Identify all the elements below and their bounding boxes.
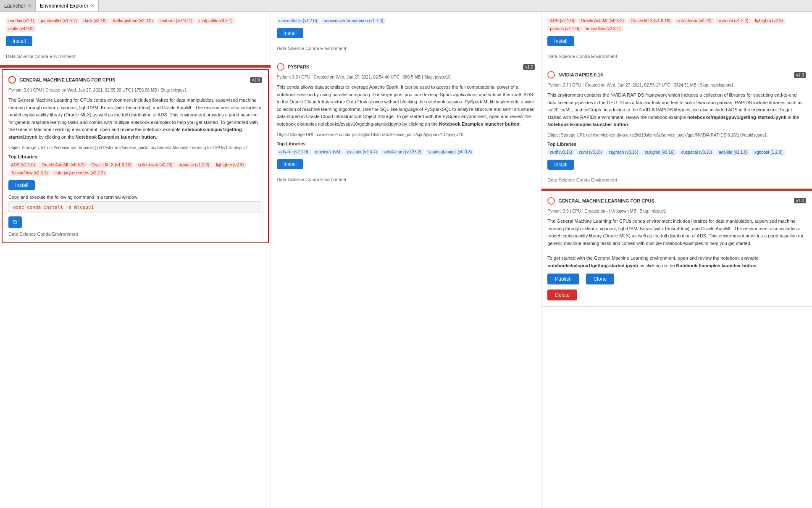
lib-tag: ADS (v2.1.0) xyxy=(547,18,576,24)
env-header-pyspark: PYSPARK v1.0 xyxy=(277,63,536,71)
lib-tag: ads-lite (v2.1.0) xyxy=(277,149,311,155)
lib-tag: scikit-learn (v0.23) xyxy=(136,162,175,168)
lib-tag: Oracle AutoML (v0.5.2) xyxy=(578,18,626,24)
footer-label-ml: Data Science Conda Environment xyxy=(8,232,262,237)
env-icon-pyspark xyxy=(277,63,284,71)
lib-tag: pandarallel (v1.5.1) xyxy=(38,18,79,24)
right-column: ADS (v2.1.0) Oracle AutoML (v0.5.2) Orac… xyxy=(541,12,812,508)
footer-label-rapids: Data Science Conda Environment xyxy=(547,177,806,182)
libs-container-ml: ADS (v2.1.0) Oracle AutoML (v0.5.2) Orac… xyxy=(8,162,262,176)
lib-tag: seaborn (v0.10.1) xyxy=(157,18,195,24)
lib-tag: cugraph (v0.16) xyxy=(606,149,641,155)
copy-icon: ⧉ xyxy=(13,218,17,226)
env-uri-ml: Object Storage URI: oci://service-conda-… xyxy=(8,145,262,151)
top-libs-label-ml: Top Libraries xyxy=(8,154,262,159)
env-icon-ml-right xyxy=(547,197,555,205)
env-desc-pyspark: This conda allows data scientists to lev… xyxy=(277,84,536,128)
lib-tag: ADS (v2.1.0) xyxy=(8,162,37,168)
lib-tag: cuspatial (v0.16) xyxy=(679,149,715,155)
window-bar: Launcher ✕ Environment Explorer ✕ xyxy=(0,0,812,12)
copy-icon-button-ml[interactable]: ⧉ xyxy=(8,216,22,228)
tab-close-launcher[interactable]: ✕ xyxy=(28,3,31,8)
tab-environment-explorer[interactable]: Environment Explorer ✕ xyxy=(36,0,99,11)
version-badge-pyspark: v1.0 xyxy=(523,64,535,70)
env-desc-rapids: This environment contains the NVIDIA RAP… xyxy=(547,92,806,129)
env-meta-ml: Python: 3.6 | CPU | Created on Wed, Jan … xyxy=(8,87,262,93)
footer-label-top-right: Data Science Conda Environment xyxy=(547,54,806,59)
top-libs-label-pyspark: Top Libraries xyxy=(277,141,536,146)
env-desc-ml-right: The General Machine Learning for CPUs co… xyxy=(547,218,806,269)
delete-button[interactable]: Delete xyxy=(547,290,577,300)
copy-label-ml: Copy and execute the following command i… xyxy=(8,195,262,200)
command-text-ml: odsc conda install -s mlcpuv1 xyxy=(13,205,94,210)
env-header-rapids: NVIDIA RAPIDS 0.16 v1.0 xyxy=(547,71,806,79)
env-header-ml: GENERAL MACHINE LEARNING FOR CPUS v1.0 xyxy=(8,76,262,84)
lib-tag: pandas (v1.1) xyxy=(6,18,37,24)
lib-tag: cusignal (v0.16) xyxy=(642,149,677,155)
lib-tag: scikit-learn (v0.23.2) xyxy=(381,149,424,155)
env-meta-pyspark: Python: 3.6 | CPU | Created on Wed, Jan … xyxy=(277,74,536,80)
install-button-top-left[interactable]: Install xyxy=(6,36,32,46)
env-icon-rapids xyxy=(547,71,555,79)
nvidia-rapids-card: NVIDIA RAPIDS 0.16 v1.0 Python: 3.7 | GP… xyxy=(541,65,812,189)
lib-tag: kafka-python (v2.0.0) xyxy=(111,18,155,24)
delete-btn-row: Delete xyxy=(547,287,806,300)
footer-label-pyspark: Data Science Conda Environment xyxy=(277,177,536,182)
footer-label-top-left: Data Science Conda Environment xyxy=(6,54,265,59)
lib-tag: scikit-learn (v0.23) xyxy=(675,18,714,24)
env-header-ml-right: GENERAL MACHINE LEARNING FOR CPUS v1.0 xyxy=(547,197,806,205)
tab-close-env[interactable]: ✕ xyxy=(91,3,94,8)
tab-env-label: Environment Explorer xyxy=(40,3,88,9)
lib-tag: Oracle MLX (v1.0.16) xyxy=(89,162,134,168)
lib-tag: cudf (v0.16) xyxy=(547,149,575,155)
lib-tag: plotly (v4.9.0) xyxy=(6,26,36,32)
general-ml-cpu-card: GENERAL MACHINE LEARNING FOR CPUS v1.0 P… xyxy=(2,69,269,243)
version-badge-ml: v1.0 xyxy=(250,77,262,83)
lib-tag: lightgbm (v2.3) xyxy=(213,162,246,168)
env-title-rapids: NVIDIA RAPIDS 0.16 xyxy=(558,72,791,77)
env-uri-pyspark: Object Storage URI: oci://service-conda-… xyxy=(277,132,536,138)
env-meta-rapids: Python: 3.7 | GPU | Created on Wed, Jan … xyxy=(547,82,806,88)
lib-tag: xgboost (1.2.0) xyxy=(752,149,785,155)
lib-tag: cuml (v0.16) xyxy=(576,149,604,155)
lib-tag: dask (v2.16) xyxy=(81,18,109,24)
libs-container-top-left: pandas (v1.1) pandarallel (v1.5.1) dask … xyxy=(6,18,265,32)
install-button-top-middle[interactable]: Install xyxy=(277,28,303,38)
env-meta-ml-right: Python: 3.6 | CPU | Created on - | Unkno… xyxy=(547,208,806,214)
partial-card-right: ADS (v2.1.0) Oracle AutoML (v0.5.2) Orac… xyxy=(541,12,812,65)
env-title-ml-right: GENERAL MACHINE LEARNING FOR CPUS xyxy=(558,198,791,203)
partial-card-left: pandas (v1.1) pandarallel (v1.5.1) dask … xyxy=(0,12,271,65)
install-button-ml[interactable]: Install xyxy=(8,180,35,190)
pyspark-card: PYSPARK v1.0 Python: 3.6 | CPU | Created… xyxy=(271,57,541,188)
env-title-pyspark: PYSPARK xyxy=(288,64,520,69)
lib-tag: ads-lite (v2.1.0) xyxy=(716,149,750,155)
install-button-top-right[interactable]: Install xyxy=(547,36,574,46)
partial-card-middle: onnxmltools (v1.7.0) onnxconverter-commo… xyxy=(271,12,541,57)
lib-tag: lightgbm (v2.3) xyxy=(753,18,786,24)
libs-container-rapids: cudf (v0.16) cuml (v0.16) cugraph (v0.16… xyxy=(547,149,806,155)
lib-tag: matplotlib (v3.3.1) xyxy=(197,18,235,24)
lib-tag: oraclejdk (v8) xyxy=(313,149,343,155)
publish-button[interactable]: Publish xyxy=(547,274,579,284)
version-badge-ml-right: v1.0 xyxy=(794,198,806,203)
libs-container-top-middle: onnxmltools (v1.7.0) onnxconverter-commo… xyxy=(277,18,536,24)
install-button-rapids[interactable]: Install xyxy=(547,160,574,170)
install-button-pyspark[interactable]: Install xyxy=(277,159,303,169)
tab-launcher[interactable]: Launcher ✕ xyxy=(0,0,36,11)
lib-tag: TensorFlow (v2.3.1) xyxy=(8,170,50,176)
libs-container-top-right: ADS (v2.1.0) Oracle AutoML (v0.5.2) Orac… xyxy=(547,18,806,32)
action-btn-row: Publish Clone xyxy=(547,274,806,284)
clone-button[interactable]: Clone xyxy=(586,274,614,284)
left-column: pandas (v1.1) pandarallel (v1.5.1) dask … xyxy=(0,12,271,508)
env-title-ml: GENERAL MACHINE LEARNING FOR CPUS xyxy=(19,77,247,82)
top-libs-label-rapids: Top Libraries xyxy=(547,142,806,147)
lib-tag: onnxconverter-common (v1.7.0) xyxy=(321,18,386,24)
separator-left xyxy=(0,65,271,68)
lib-tag: xgboost (v1.2.0) xyxy=(176,162,212,168)
env-icon-ml xyxy=(8,76,16,84)
lib-tag: tensorflow (v2.3.1) xyxy=(583,26,623,32)
lib-tag: pandas (v1.1.0) xyxy=(547,26,582,32)
general-ml-cpu-right-card: GENERAL MACHINE LEARNING FOR CPUS v1.0 P… xyxy=(541,191,812,307)
tab-launcher-label: Launcher xyxy=(4,3,25,9)
lib-tag: xgboost (v1.2.0) xyxy=(716,18,751,24)
